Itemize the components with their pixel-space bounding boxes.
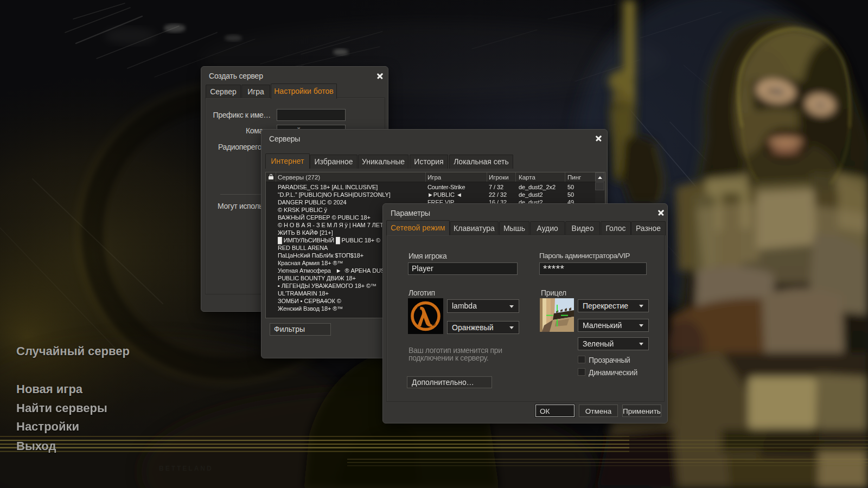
svg-text:BETTELAND: BETTELAND — [159, 465, 213, 472]
